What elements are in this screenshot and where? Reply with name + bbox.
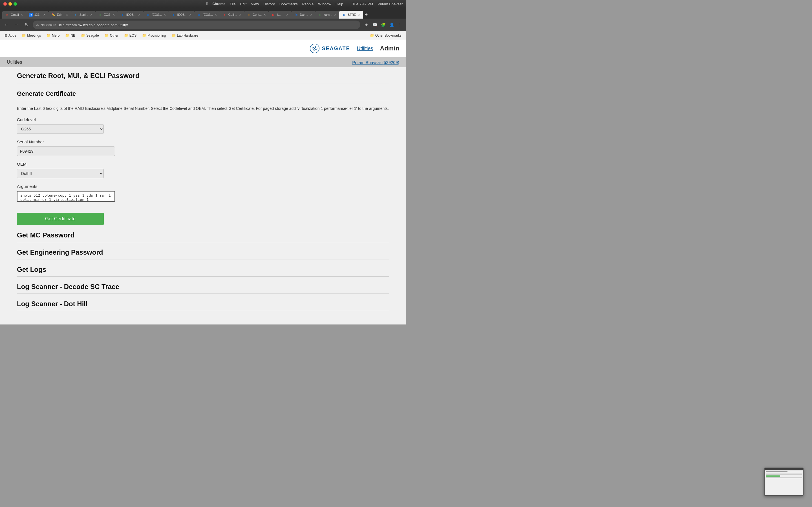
karn-favicon: ● [318,13,322,17]
menu-view[interactable]: View [251,2,259,6]
tab-dan-close[interactable]: ✕ [310,13,312,17]
serial-number-input[interactable] [17,147,115,156]
tab-galli-label: Galli... [229,13,237,16]
description-text: Enter the Last 6 hex digits of the RAID … [17,106,389,112]
log-scanner-decode-link[interactable]: Log Scanner - Decode SC Trace [17,279,389,294]
tab-stre[interactable]: ◆ STRE ✕ [339,11,363,18]
tab-eos4-close[interactable]: ✕ [189,13,192,17]
other-bookmarks-label: Other Bookmarks [375,34,402,38]
arguments-textarea[interactable]: shots 512 volume-copy 1 yss 1 yds 1 rsr … [17,191,115,202]
tab-eos2-close[interactable]: ✕ [138,13,140,17]
reload-button[interactable]: ↻ [22,21,31,29]
tab-stre-close[interactable]: ✕ [358,13,360,17]
bookmark-apps[interactable]: ⊞ Apps [2,32,18,39]
tab-l-close[interactable]: ✕ [286,13,289,17]
user-display: Pritam Bhavsar [377,2,403,6]
tab-eos[interactable]: ● EOS ✕ [95,11,118,18]
codelevel-select[interactable]: G265 G280 G300 [17,124,104,134]
tab-l[interactable]: ▶ L... ✕ [269,11,291,18]
serial-number-label: Serial Number [17,139,389,144]
tab-galli[interactable]: ● Galli... ✕ [220,11,244,18]
get-engineering-password-link[interactable]: Get Engineering Password [17,244,389,260]
reading-list-button[interactable]: 📖 [371,21,378,29]
tab-eos-close[interactable]: ✕ [112,13,115,17]
tab-edit[interactable]: ✏️ Edit ✕ [49,11,71,18]
bookmark-lab-hardware[interactable]: 📁 Lab Hardware [169,32,200,39]
tab-eos3[interactable]: ◆ [EOS... ✕ [143,11,168,18]
tab-eos5[interactable]: ◆ [EOS... ✕ [194,11,220,18]
oem-label: OEM [17,162,389,166]
tab-bar: ✉ Gmail ✕ 31 131 ✕ ✏️ Edit ✕ ● Sani... ✕… [0,8,406,18]
menu-help[interactable]: Help [336,2,343,6]
tab-eos3-label: [EOS... [152,13,161,16]
bookmark-other[interactable]: 📁 Other [102,32,121,39]
menu-window[interactable]: Window [318,2,331,6]
oem-select[interactable]: Dothill Seagate Other [17,169,104,178]
tab-cont-label: Cont... [253,13,262,16]
tab-sani-close[interactable]: ✕ [90,13,93,17]
apple-menu[interactable]:  [206,1,208,6]
get-certificate-button[interactable]: Get Certificate [17,213,104,225]
menu-bookmarks[interactable]: Bookmarks [280,2,298,6]
tab-cont[interactable]: ● Cont... ✕ [244,11,269,18]
tab-eos5-close[interactable]: ✕ [214,13,217,17]
profile-button[interactable]: 👤 [388,21,395,29]
galli-favicon: ● [223,13,227,17]
other-bookmarks[interactable]: 📁 Other Bookmarks [368,33,404,38]
tab-gmail[interactable]: ✉ Gmail ✕ [2,11,26,18]
get-logs-link[interactable]: Get Logs [17,262,389,277]
user-info-label[interactable]: Pritam Bhavsar (529209) [352,60,399,65]
tab-eos5-label: [EOS... [203,13,213,16]
menu-file[interactable]: File [230,2,236,6]
back-button[interactable]: ← [2,21,10,29]
tab-cont-close[interactable]: ✕ [263,13,266,17]
tab-eos4[interactable]: ◆ [EOS... ✕ [169,11,194,18]
bookmark-seagate[interactable]: 📁 Seagate [79,32,101,39]
bookmark-mero-label: Mero [52,34,59,38]
url-display[interactable]: utils-stream.sw.lcd.colo.seagate.com/uti… [58,23,357,27]
address-bar[interactable]: ⚠ Not Secure utils-stream.sw.lcd.colo.se… [33,20,360,29]
tab-galli-close[interactable]: ✕ [239,13,241,17]
seagate-brand-text: SEAGATE [322,46,350,52]
tab-gmail-close[interactable]: ✕ [20,13,23,17]
tab-edit-close[interactable]: ✕ [66,13,68,17]
get-mc-password-link[interactable]: Get MC Password [17,227,389,242]
minimize-button[interactable] [8,2,12,6]
forward-button[interactable]: → [12,21,20,29]
log-scanner-dothill-link[interactable]: Log Scanner - Dot Hill [17,296,389,311]
tab-eos3-close[interactable]: ✕ [163,13,166,17]
tab-calendar[interactable]: 31 131 ✕ [26,11,49,18]
dan-favicon: 🗺 [294,13,298,17]
close-button[interactable] [3,2,7,6]
bookmark-star-button[interactable]: ★ [363,21,370,29]
menu-history[interactable]: History [263,2,274,6]
main-content: Generate Root, MUI, & ECLI Password Gene… [0,67,406,325]
tab-eos2[interactable]: ◆ [EOS... ✕ [118,11,143,18]
bookmark-eos[interactable]: 📁 EOS [122,32,139,39]
bookmark-provisioning[interactable]: 📁 Provisioning [140,32,168,39]
extension-button[interactable]: 🧩 [379,21,387,29]
tab-sani[interactable]: ● Sani... ✕ [71,11,95,18]
bookmark-meetings[interactable]: 📁 Meetings [19,32,43,39]
macos-menubar:  Chrome File Edit View History Bookmark… [0,0,406,8]
tab-karn[interactable]: ● karn... ✕ [315,11,340,18]
tab-karn-close[interactable]: ✕ [334,13,336,17]
menu-button[interactable]: ⋮ [396,21,404,29]
bookmark-nb[interactable]: 📁 NB [63,32,78,39]
maximize-button[interactable] [13,2,17,6]
generate-cert-heading: Generate Certificate [17,86,389,101]
tab-calendar-close[interactable]: ✕ [43,13,46,17]
new-tab-button[interactable]: + [363,11,370,18]
tab-dan[interactable]: 🗺 Dan... ✕ [291,11,315,18]
menu-edit[interactable]: Edit [240,2,246,6]
tab-stre-label: STRE [348,13,356,16]
apps-icon: ⊞ [4,34,7,38]
utilities-nav-link[interactable]: Utilities [357,46,373,52]
bookmark-mero[interactable]: 📁 Mero [44,32,62,39]
edit-favicon: ✏️ [51,13,55,17]
tab-calendar-label: 131 [35,13,40,16]
menu-people[interactable]: People [302,2,313,6]
nb-folder-icon: 📁 [65,34,69,38]
other-folder-icon: 📁 [105,34,109,38]
page-wrapper: SEAGATE Utilities Admin Utilities Pritam… [0,40,406,325]
